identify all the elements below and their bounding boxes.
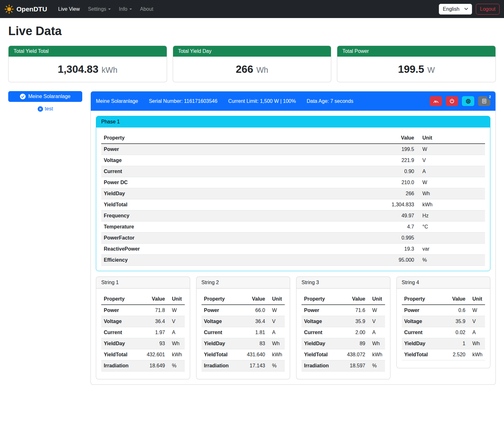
property-value: 210.0	[379, 177, 417, 188]
table-row: YieldDay83Wh	[202, 338, 285, 349]
brand-label: OpenDTU	[16, 5, 47, 13]
property-value: 0.6	[440, 305, 468, 316]
table-row: Current1.97A	[101, 327, 185, 338]
table-row: ReactivePower19.3var	[101, 244, 485, 255]
property-value: 0.995	[379, 233, 417, 244]
table-row: YieldTotal432.601kWh	[101, 349, 185, 360]
table-row: Irradiation17.143%	[202, 360, 285, 371]
property-value: 89	[340, 338, 368, 349]
phase-card-header: Phase 1	[96, 116, 490, 128]
property-unit: W	[468, 305, 485, 316]
property-value: 18.597	[340, 360, 368, 371]
inverter-button-label: Meine Solaranlage	[28, 94, 70, 99]
property-name: Temperature	[101, 221, 379, 233]
table-row: Power71.6W	[302, 305, 385, 316]
column-unit: Unit	[417, 133, 485, 144]
string-table-head: Property Value Unit	[302, 294, 385, 305]
property-value: 438.072	[340, 349, 368, 360]
string-4-table-body: Power0.6WVoltage35.9VCurrent0.02AYieldDa…	[402, 305, 485, 360]
property-name: Power	[101, 305, 140, 316]
column-property: Property	[101, 133, 379, 144]
table-row: Power199.5W	[101, 144, 485, 155]
string-4-card: String 4 Property Value Unit	[396, 277, 491, 368]
card-body: 266Wh	[173, 57, 331, 82]
property-unit: Wh	[168, 338, 185, 349]
property-name: Efficiency	[101, 255, 379, 266]
table-header-row: Property Value Unit	[101, 133, 485, 144]
nav-about[interactable]: About	[136, 4, 158, 15]
nav-live-view[interactable]: Live View	[54, 4, 84, 15]
property-name: ReactivePower	[101, 244, 379, 255]
string-2-table-body: Power66.0WVoltage36.4VCurrent1.81AYieldD…	[202, 305, 285, 371]
table-row: Current0.02A	[402, 327, 485, 338]
language-select[interactable]: English	[439, 4, 472, 15]
total-yield-day-value: 266	[236, 63, 253, 75]
property-value: 35.9	[340, 316, 368, 327]
table-row: YieldTotal431.640kWh	[202, 349, 285, 360]
device-info-button[interactable]	[462, 96, 474, 106]
nav-info[interactable]: Info	[115, 4, 136, 15]
column-property: Property	[202, 294, 240, 305]
check-circle-icon	[20, 94, 26, 99]
property-unit: A	[417, 166, 485, 177]
event-log-button[interactable]: 2	[478, 96, 490, 106]
card-body: 1,304.83kWh	[9, 57, 167, 82]
table-row: Current1.81A	[202, 327, 285, 338]
summary-cards: Total Yield Total 1,304.83kWh Total Yiel…	[8, 46, 496, 82]
journal-icon	[482, 98, 487, 104]
navbar-right: English Logout	[439, 4, 500, 15]
card-body: 199.5W	[337, 57, 495, 82]
property-unit: V	[168, 316, 185, 327]
string-card-header: String 4	[397, 277, 490, 289]
inverter-button-meine-solaranlage[interactable]: Meine Solaranlage	[8, 91, 82, 102]
property-name: Voltage	[202, 316, 240, 327]
phase-card: Phase 1 Property Value Unit Power199.5WV…	[96, 116, 490, 271]
property-name: YieldTotal	[101, 199, 379, 210]
table-row: Current0.90A	[101, 166, 485, 177]
column-property: Property	[302, 294, 340, 305]
inverter-limit: Current Limit: 1,500 W | 100%	[228, 98, 296, 104]
brand[interactable]: OpenDTU	[4, 4, 47, 14]
property-unit: A	[368, 327, 385, 338]
property-value: 49.97	[379, 210, 417, 221]
string-3-table: Property Value Unit Power71.6WVoltage35.…	[302, 294, 385, 371]
logout-button[interactable]: Logout	[476, 4, 500, 15]
table-row: Temperature4.7°C	[101, 221, 485, 233]
power-icon	[449, 98, 455, 104]
nav-info-label: Info	[119, 6, 128, 12]
string-card-body: Property Value Unit Power0.6WVoltage35.9…	[397, 289, 490, 368]
column-unit: Unit	[268, 294, 285, 305]
table-header-row: Property Value Unit	[302, 294, 385, 305]
property-value: 66.0	[240, 305, 268, 316]
property-value: 83	[240, 338, 268, 349]
property-unit: W	[368, 305, 385, 316]
table-row: Efficiency95.000%	[101, 255, 485, 266]
property-unit: W	[417, 144, 485, 155]
table-row: Voltage36.4V	[101, 316, 185, 327]
property-value: 71.6	[340, 305, 368, 316]
property-value: 36.4	[240, 316, 268, 327]
string-1-table-body: Power71.8WVoltage36.4VCurrent1.97AYieldD…	[101, 305, 185, 371]
nav-settings[interactable]: Settings	[84, 4, 115, 15]
property-unit: var	[417, 244, 485, 255]
column-value: Value	[240, 294, 268, 305]
property-unit: W	[268, 305, 285, 316]
table-row: Irradiation18.649%	[101, 360, 185, 371]
inverter-name: Meine Solaranlage	[96, 98, 138, 104]
card-total-power: Total Power 199.5W	[337, 46, 496, 82]
power-button[interactable]	[446, 96, 458, 106]
limit-settings-button[interactable]	[430, 96, 442, 106]
inverter-button-test[interactable]: test	[36, 105, 55, 112]
property-name: Irradiation	[302, 360, 340, 371]
table-row: Current2.00A	[302, 327, 385, 338]
nav-about-label: About	[140, 6, 153, 12]
chevron-down-icon	[464, 8, 468, 10]
table-row: YieldDay266Wh	[101, 188, 485, 199]
column-value: Value	[140, 294, 168, 305]
inverter-data-age: Data Age: 7 seconds	[307, 98, 353, 104]
property-name: YieldDay	[402, 338, 440, 349]
property-unit: kWh	[368, 349, 385, 360]
property-value: 2.520	[440, 349, 468, 360]
property-value: 71.8	[140, 305, 168, 316]
total-yield-total-value: 1,304.83	[58, 63, 98, 75]
